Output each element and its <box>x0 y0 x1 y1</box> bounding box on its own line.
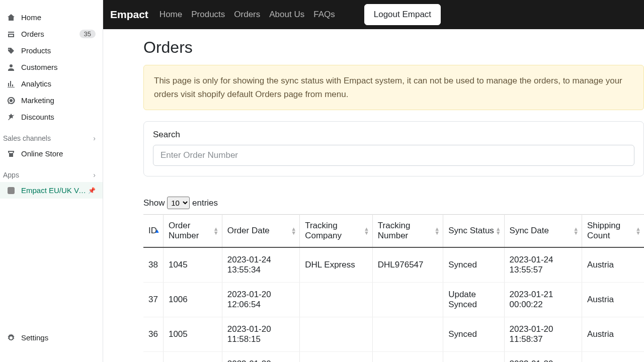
cell-orderDate: 2023-01-20 11:58:15 <box>222 317 299 352</box>
col-tracking-company[interactable]: Tracking Company▲▼ <box>300 215 373 248</box>
cell-trackingCompany <box>300 317 373 352</box>
cell-syncDate: 2023-01-24 13:55:57 <box>504 247 582 283</box>
nav-link-products[interactable]: Products <box>191 10 225 19</box>
sidebar-item-discounts[interactable]: Discounts <box>0 109 103 125</box>
sort-icon: ▲▼ <box>213 227 219 235</box>
col-tracking-number[interactable]: Tracking Number▲▼ <box>372 215 443 248</box>
sidebar-item-label: Marketing <box>21 96 54 105</box>
marketing-icon <box>7 97 15 105</box>
show-label: Show <box>143 198 165 208</box>
sidebar-item-marketing[interactable]: Marketing <box>0 92 103 109</box>
sidebar-item-empact-app[interactable]: Empact EU/UK VAT aut... 📌 <box>0 182 103 199</box>
col-id[interactable]: ID▲ <box>143 215 163 248</box>
table-row[interactable]: 3510042023-01-20 11:46:54Synced2023-01-2… <box>143 352 644 362</box>
sidebar-item-label: Analytics <box>21 79 51 88</box>
chevron-right-icon: › <box>93 134 96 142</box>
badge: 35 <box>79 30 96 38</box>
cell-orderNumber: 1005 <box>163 317 222 352</box>
sidebar-item-products[interactable]: Products <box>0 42 103 59</box>
apps-label: Apps <box>3 171 19 179</box>
nav-link-home[interactable]: Home <box>159 10 182 19</box>
sidebar-item-label: Discounts <box>21 113 54 121</box>
brand-name[interactable]: Empact <box>110 9 148 21</box>
empact-app-label: Empact EU/UK VAT aut... <box>21 186 87 195</box>
sidebar-item-analytics[interactable]: Analytics <box>0 75 103 92</box>
products-icon <box>7 47 15 55</box>
sidebar-section-apps[interactable]: Apps › <box>0 162 103 182</box>
cell-syncStatus: Synced <box>443 247 504 283</box>
nav-link-orders[interactable]: Orders <box>234 10 260 19</box>
logout-button[interactable]: Logout Empact <box>364 4 441 25</box>
sort-icon: ▲▼ <box>635 227 641 235</box>
sort-icon: ▲▼ <box>434 227 440 235</box>
analytics-icon <box>7 80 15 88</box>
cell-trackingNumber: DHL976547 <box>372 247 443 283</box>
orders-icon <box>7 30 15 38</box>
sidebar-item-label: Orders <box>21 30 44 38</box>
pin-icon[interactable]: 📌 <box>88 187 96 194</box>
page-size-control: Show 10 entries <box>143 197 644 209</box>
cell-syncDate: 2023-01-21 00:00:22 <box>504 283 582 317</box>
table-row[interactable]: 3710062023-01-20 12:06:54Update Synced20… <box>143 283 644 317</box>
home-icon <box>7 14 15 22</box>
cell-orderNumber: 1006 <box>163 283 222 317</box>
cell-syncStatus: Update Synced <box>443 283 504 317</box>
col-shipping-count[interactable]: Shipping Count▲▼ <box>582 215 644 248</box>
cell-orderNumber: 1004 <box>163 352 222 362</box>
nav-link-faqs[interactable]: FAQs <box>313 10 335 19</box>
content: Orders This page is only for showing the… <box>103 29 644 362</box>
svg-rect-0 <box>8 187 15 194</box>
cell-trackingNumber <box>372 283 443 317</box>
col-sync-status[interactable]: Sync Status▲▼ <box>443 215 504 248</box>
sales-channels-label: Sales channels <box>3 134 51 142</box>
cell-orderDate: 2023-01-24 13:55:34 <box>222 247 299 283</box>
cell-trackingNumber <box>372 317 443 352</box>
cell-shippingCountry: Austria <box>582 283 644 317</box>
sort-icon: ▲▼ <box>496 227 501 235</box>
sort-icon: ▲▼ <box>291 227 296 235</box>
settings-label: Settings <box>21 333 48 342</box>
cell-trackingCompany: DHL Express <box>300 247 373 283</box>
main-area: Empact HomeProductsOrdersAbout UsFAQs Lo… <box>103 0 644 362</box>
sidebar-item-label: Customers <box>21 63 58 71</box>
sidebar-item-customers[interactable]: Customers <box>0 59 103 75</box>
orders-table: ID▲Order Number▲▼Order Date▲▼Tracking Co… <box>143 214 644 362</box>
search-card: Search <box>143 121 644 176</box>
table-row[interactable]: 3610052023-01-20 11:58:15Synced2023-01-2… <box>143 317 644 352</box>
info-alert: This page is only for showing the sync s… <box>143 65 644 110</box>
cell-trackingCompany <box>300 283 373 317</box>
sidebar-item-label: Products <box>21 46 51 55</box>
cell-syncStatus: Synced <box>443 317 504 352</box>
search-label: Search <box>153 130 634 140</box>
col-sync-date[interactable]: Sync Date▲▼ <box>504 215 582 248</box>
sidebar-item-online-store[interactable]: Online Store <box>0 145 103 162</box>
cell-id: 36 <box>143 317 163 352</box>
sidebar-item-settings[interactable]: Settings <box>0 329 103 346</box>
sidebar-item-home[interactable]: Home <box>0 9 103 26</box>
sidebar-item-orders[interactable]: Orders35 <box>0 26 103 42</box>
store-icon <box>7 150 15 158</box>
cell-id: 35 <box>143 352 163 362</box>
table-row[interactable]: 3810452023-01-24 13:55:34DHL ExpressDHL9… <box>143 247 644 283</box>
sidebar-section-sales-channels[interactable]: Sales channels › <box>0 125 103 145</box>
page-title: Orders <box>143 38 644 57</box>
col-order-number[interactable]: Order Number▲▼ <box>163 215 222 248</box>
customers-icon <box>7 63 15 71</box>
sort-icon: ▲▼ <box>364 227 369 235</box>
sort-icon: ▲▼ <box>573 227 579 235</box>
page-size-select[interactable]: 10 <box>167 197 190 209</box>
cell-orderNumber: 1045 <box>163 247 222 283</box>
topbar: Empact HomeProductsOrdersAbout UsFAQs Lo… <box>103 0 644 29</box>
app-icon <box>7 187 15 195</box>
cell-shippingCountry: Austria <box>582 247 644 283</box>
nav-link-about-us[interactable]: About Us <box>269 10 304 19</box>
cell-shippingCountry: Austria <box>582 317 644 352</box>
cell-shippingCountry: Austria <box>582 352 644 362</box>
cell-trackingCompany <box>300 352 373 362</box>
col-order-date[interactable]: Order Date▲▼ <box>222 215 299 248</box>
cell-id: 38 <box>143 247 163 283</box>
search-input[interactable] <box>153 145 634 166</box>
discounts-icon <box>7 113 15 121</box>
cell-syncDate: 2023-01-20 11:47:21 <box>504 352 582 362</box>
cell-id: 37 <box>143 283 163 317</box>
